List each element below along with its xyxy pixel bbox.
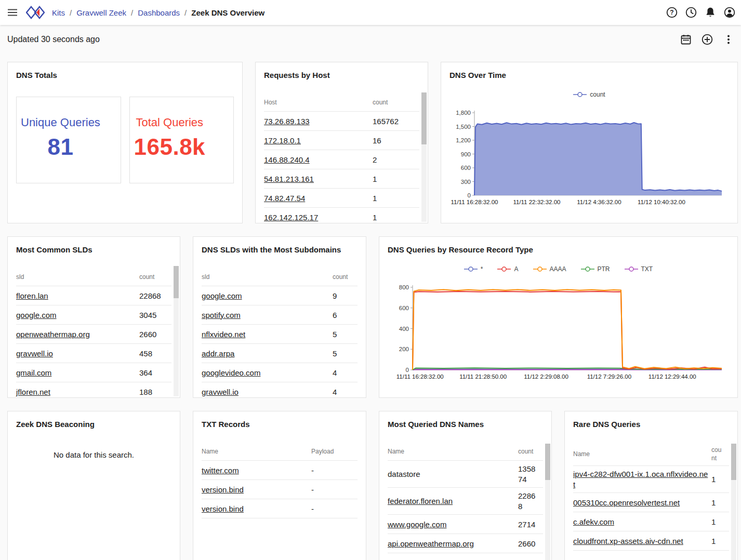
count-cell: 188	[139, 384, 171, 398]
vertical-scrollbar[interactable]	[174, 266, 179, 396]
account-icon[interactable]	[723, 6, 736, 19]
history-icon[interactable]	[685, 6, 697, 19]
scrollbar-thumb[interactable]	[174, 266, 179, 298]
table-row: nflxvideo.net5	[202, 325, 358, 344]
scrollbar-thumb[interactable]	[731, 444, 736, 480]
breadcrumb-link-kits[interactable]: Kits	[52, 8, 65, 17]
table-link[interactable]: 172.18.0.1	[264, 136, 301, 145]
count-cell: -	[311, 462, 358, 479]
name-cell[interactable]: google.com	[202, 288, 333, 304]
totals-tiles: Unique Queries 81 Total Queries 165.8k	[16, 97, 234, 183]
name-cell[interactable]: openweathermap.org	[16, 326, 139, 343]
name-cell[interactable]: gravwell.io	[202, 384, 333, 398]
name-cell[interactable]: 73.26.89.133	[264, 113, 373, 130]
name-cell[interactable]: 54.81.213.161	[264, 171, 373, 188]
table-link[interactable]: gravwell.io	[202, 388, 239, 396]
vertical-scrollbar[interactable]	[731, 444, 736, 560]
requests-by-host-table: Hostcount73.26.89.133165762172.18.0.1161…	[264, 94, 419, 223]
name-cell[interactable]: smtp.gmail.com	[388, 555, 518, 560]
table-link[interactable]: 162.142.125.17	[264, 213, 318, 222]
name-cell[interactable]: gmail.com	[16, 365, 139, 381]
name-cell[interactable]: jfloren.net	[16, 384, 139, 398]
name-cell[interactable]: googlevideo.com	[202, 365, 333, 381]
more-vert-icon[interactable]	[722, 33, 735, 46]
menu-icon[interactable]	[6, 6, 19, 19]
scrollbar-thumb[interactable]	[545, 444, 550, 480]
name-cell[interactable]: addr.arpa	[202, 345, 333, 362]
table-link[interactable]: cloudfront.xp-assets.aiv-cdn.net	[573, 537, 683, 545]
table-link[interactable]: 146.88.240.4	[264, 155, 310, 164]
table-link[interactable]: version.bind	[202, 504, 244, 513]
table-link[interactable]: 54.81.213.161	[264, 175, 314, 183]
legend-item-TXT[interactable]: TXT	[625, 265, 653, 273]
breadcrumb-link-dashboards[interactable]: Dashboards	[138, 8, 180, 17]
table-link[interactable]: nflxvideo.net	[202, 330, 245, 339]
most-queried-dns-names-card: Most Queried DNS Names Namecountdatastor…	[379, 411, 552, 560]
table-link[interactable]: www.google.com	[388, 520, 446, 529]
vertical-scrollbar[interactable]	[421, 92, 427, 222]
name-cell[interactable]: twitter.com	[202, 462, 311, 479]
add-circle-icon[interactable]	[701, 33, 713, 46]
table-link[interactable]: twitter.com	[202, 466, 239, 475]
count-cell: 4	[333, 384, 358, 398]
table-link[interactable]: floren.lan	[16, 291, 48, 300]
name-cell[interactable]: gravwell.io	[16, 345, 139, 362]
name-cell[interactable]: 005310cc.openresolvertest.net	[573, 495, 711, 511]
name-cell[interactable]: federator.floren.lan	[388, 493, 518, 510]
legend-item-star[interactable]: *	[464, 265, 483, 273]
table-link[interactable]: 005310cc.openresolvertest.net	[573, 498, 680, 507]
name-cell[interactable]: spotify.com	[202, 307, 333, 324]
dns-over-time-card: DNS Over Time count 03006009001,2001,500…	[441, 62, 738, 223]
name-cell[interactable]: 146.88.240.4	[264, 152, 373, 168]
name-cell[interactable]: 162.142.125.17	[264, 209, 373, 224]
name-cell[interactable]: api.openweathermap.org	[388, 536, 518, 552]
table-link[interactable]: addr.arpa	[202, 349, 234, 358]
table-link[interactable]: 74.82.47.54	[264, 194, 305, 203]
name-cell[interactable]: www.google.com	[388, 516, 518, 533]
table-link[interactable]: version.bind	[202, 485, 244, 494]
gravwell-logo-icon[interactable]	[26, 5, 45, 20]
svg-text:11/12 12:29:44.00: 11/12 12:29:44.00	[649, 374, 696, 380]
count-cell: 22868	[518, 488, 542, 514]
name-cell[interactable]: version.bind	[202, 482, 311, 498]
table-link[interactable]: ipv4-c282-dfw001-ix.1.oca.nflxvideo.net	[573, 470, 708, 489]
name-cell[interactable]: 74.82.47.54	[264, 190, 373, 207]
table-link[interactable]: googlevideo.com	[202, 368, 260, 377]
count-cell: 1	[711, 514, 726, 530]
help-icon[interactable]: ?	[666, 6, 678, 19]
scrollbar-thumb[interactable]	[421, 92, 427, 144]
table-link[interactable]: spotify.com	[202, 311, 241, 319]
name-cell[interactable]: c.afekv.com	[573, 514, 711, 530]
name-cell[interactable]: version.bind	[202, 501, 311, 517]
table-link[interactable]: gmail.com	[16, 368, 51, 377]
table-link[interactable]: google.com	[16, 311, 57, 319]
slds-most-subdomains-table: sldcountgoogle.com9spotify.com6nflxvideo…	[202, 269, 358, 398]
name-cell[interactable]: ipv4-c282-dfw001-ix.1.oca.nflxvideo.net	[573, 466, 711, 492]
name-cell[interactable]: floren.lan	[16, 288, 139, 304]
table-link[interactable]: api.openweathermap.org	[388, 539, 474, 548]
vertical-scrollbar[interactable]	[545, 444, 550, 560]
table-link[interactable]: federator.floren.lan	[388, 497, 453, 505]
legend-item-A[interactable]: A	[497, 265, 518, 273]
table-link[interactable]: gravwell.io	[16, 349, 53, 358]
table-link[interactable]: smtp.gmail.com	[388, 558, 442, 560]
svg-text:900: 900	[461, 151, 471, 157]
table-link[interactable]: google.com	[202, 291, 242, 300]
legend-item-PTR[interactable]: PTR	[581, 265, 610, 273]
name-cell[interactable]: 172.18.0.1	[264, 132, 373, 149]
table-link[interactable]: jfloren.net	[16, 388, 50, 396]
table-row: googlevideo.com4	[202, 363, 358, 382]
name-cell[interactable]: cloudfront.xp-assets.aiv-cdn.net	[573, 533, 711, 550]
date-range-icon[interactable]	[680, 33, 692, 46]
table-link[interactable]: 73.26.89.133	[264, 117, 310, 126]
name-cell[interactable]: nflxvideo.net	[202, 326, 333, 343]
breadcrumb-link-gravwell-zeek[interactable]: Gravwell Zeek	[76, 8, 126, 17]
table-link[interactable]: openweathermap.org	[16, 330, 90, 339]
legend-item-AAAA[interactable]: AAAA	[533, 265, 566, 273]
notifications-icon[interactable]	[704, 6, 717, 19]
card-title: Most Common SLDs	[16, 245, 171, 254]
legend-item-count[interactable]: count	[573, 91, 605, 98]
table-row: 73.26.89.133165762	[264, 112, 419, 131]
name-cell[interactable]: google.com	[16, 307, 139, 324]
table-link[interactable]: c.afekv.com	[573, 517, 614, 526]
